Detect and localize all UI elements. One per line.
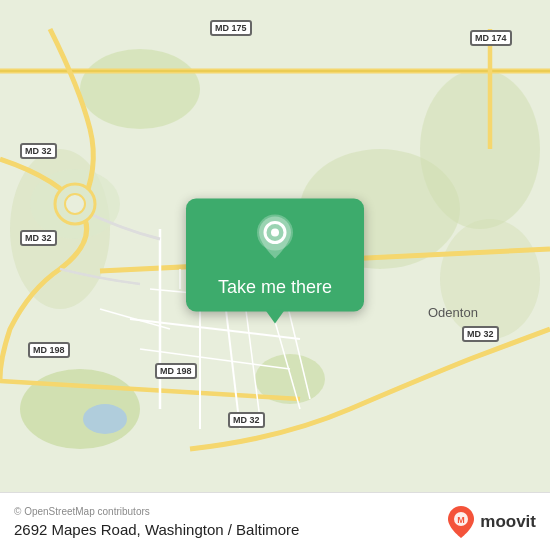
svg-point-4: [440, 219, 540, 339]
svg-text:M: M: [458, 515, 466, 525]
badge-md32-left2: MD 32: [20, 230, 57, 246]
location-pin-icon: [253, 213, 297, 265]
badge-md32-right: MD 32: [462, 326, 499, 342]
svg-point-24: [83, 404, 127, 434]
map-attribution: © OpenStreetMap contributors: [14, 506, 299, 517]
moovit-logo: M moovit: [446, 504, 536, 540]
svg-point-29: [271, 229, 279, 237]
moovit-pin-icon: M: [446, 504, 476, 540]
badge-md198-mid: MD 198: [155, 363, 197, 379]
place-label-odenton: Odenton: [428, 305, 478, 320]
take-me-there-button[interactable]: Take me there: [218, 277, 332, 312]
svg-point-6: [80, 49, 200, 129]
badge-md198-left: MD 198: [28, 342, 70, 358]
svg-point-26: [65, 194, 85, 214]
map-container: MD 175 MD 174 MD 32 MD 32 MD 175 MD 198 …: [0, 0, 550, 550]
bottom-bar: © OpenStreetMap contributors 2692 Mapes …: [0, 492, 550, 550]
badge-md32-left: MD 32: [20, 143, 57, 159]
svg-point-0: [20, 369, 140, 449]
card-pointer: [265, 310, 285, 324]
badge-md32-bottom: MD 32: [228, 412, 265, 428]
moovit-brand-text: moovit: [480, 512, 536, 532]
badge-md175-top: MD 175: [210, 20, 252, 36]
badge-md174: MD 174: [470, 30, 512, 46]
take-me-there-card[interactable]: Take me there: [186, 199, 364, 312]
address-section: © OpenStreetMap contributors 2692 Mapes …: [14, 506, 299, 538]
svg-point-3: [420, 69, 540, 229]
location-pin-container: [253, 213, 297, 269]
address-label: 2692 Mapes Road, Washington / Baltimore: [14, 521, 299, 538]
